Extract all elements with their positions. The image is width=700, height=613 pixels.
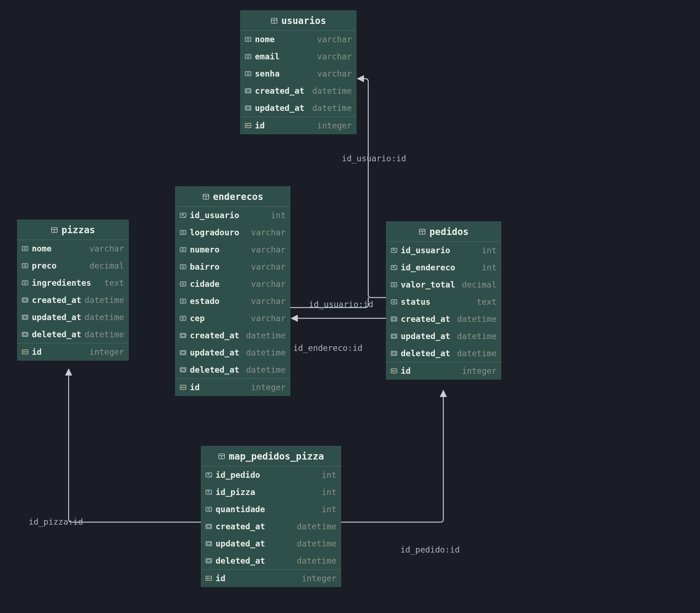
svg-rect-58 [392, 318, 396, 320]
table-header[interactable]: pedidos [386, 222, 501, 242]
column-row[interactable]: precodecimal [18, 257, 128, 274]
table-header[interactable]: enderecos [176, 187, 290, 207]
column-row[interactable]: created_atdatetime [201, 518, 341, 535]
column-name: id_usuario [401, 246, 479, 255]
svg-rect-47 [25, 352, 27, 352]
column-row[interactable]: created_atdatetime [176, 327, 290, 344]
rel-label-pizza: id_pizza:id [29, 517, 83, 526]
column-col-icon [179, 263, 187, 271]
column-type: varchar [251, 245, 286, 254]
column-row[interactable]: nomevarchar [241, 31, 356, 48]
table-title: pedidos [429, 226, 469, 237]
column-name: valor_total [401, 280, 459, 289]
svg-rect-42 [23, 316, 27, 318]
pk-row[interactable]: idinteger [386, 362, 501, 379]
column-name: id [401, 366, 459, 376]
rel-label-pedido: id_pedido:id [400, 545, 460, 554]
column-row[interactable]: estadovarchar [176, 293, 290, 310]
table-header[interactable]: usuarios [241, 11, 356, 31]
column-row[interactable]: statustext [386, 293, 501, 310]
column-row[interactable]: valor_totaldecimal [386, 276, 501, 293]
table-enderecos[interactable]: enderecosid_usuariointlogradourovarcharn… [175, 186, 290, 396]
column-row[interactable]: emailvarchar [241, 48, 356, 65]
column-row[interactable]: updated_atdatetime [386, 328, 501, 345]
column-type: datetime [84, 313, 124, 322]
table-usuarios[interactable]: usuariosnomevarcharemailvarcharsenhavarc… [240, 10, 356, 134]
column-type: varchar [251, 228, 286, 237]
column-row[interactable]: updated_atdatetime [201, 535, 341, 552]
column-row[interactable]: updated_atdatetime [18, 309, 128, 326]
svg-rect-73 [206, 507, 212, 511]
column-row[interactable]: id_pedidoint [201, 466, 341, 484]
column-name: quantidade [216, 505, 319, 514]
svg-rect-75 [207, 525, 211, 528]
pk-row[interactable]: idinteger [18, 343, 128, 360]
column-row[interactable]: deleted_atdatetime [201, 552, 341, 569]
table-header[interactable]: pizzas [18, 220, 128, 240]
column-row[interactable]: id_enderecoint [386, 259, 501, 276]
column-row[interactable]: cepvarchar [176, 310, 290, 327]
column-ts-icon [179, 366, 187, 374]
column-row[interactable]: created_atdatetime [18, 291, 128, 309]
column-row[interactable]: created_atdatetime [241, 82, 356, 99]
column-col-icon [244, 70, 252, 78]
column-name: deleted_at [190, 365, 243, 374]
column-type: datetime [312, 103, 352, 113]
column-ts-icon [205, 523, 213, 530]
pk-row[interactable]: idinteger [201, 569, 341, 587]
erd-canvas[interactable]: id_usuario:id id_usuario:id id_endereco:… [0, 0, 700, 613]
column-type: integer [251, 383, 286, 392]
column-type: datetime [457, 349, 497, 358]
column-row[interactable]: created_atdatetime [386, 310, 501, 328]
column-name: id_usuario [190, 211, 268, 220]
column-type: integer [317, 121, 352, 130]
column-row[interactable]: bairrovarchar [176, 258, 290, 275]
column-ts-icon [21, 330, 29, 338]
pk-row[interactable]: idinteger [176, 378, 290, 396]
column-row[interactable]: deleted_atdatetime [386, 345, 501, 362]
column-type: varchar [317, 52, 352, 61]
column-name: created_at [190, 331, 243, 340]
column-type: datetime [246, 365, 286, 374]
column-row[interactable]: numerovarchar [176, 241, 290, 258]
column-row[interactable]: updated_atdatetime [176, 344, 290, 361]
column-col-icon [179, 229, 187, 236]
table-header[interactable]: map_pedidos_pizza [201, 446, 341, 466]
column-row[interactable]: nomevarchar [18, 240, 128, 257]
column-row[interactable]: id_usuarioint [386, 242, 501, 259]
column-row[interactable]: id_usuarioint [176, 207, 290, 224]
svg-point-11 [246, 124, 248, 126]
column-row[interactable]: deleted_atdatetime [176, 361, 290, 378]
column-type: text [104, 278, 124, 288]
column-row[interactable]: id_pizzaint [201, 484, 341, 501]
column-row[interactable]: senhavarchar [241, 65, 356, 82]
svg-rect-21 [180, 282, 186, 286]
column-name: nome [255, 35, 314, 44]
column-col-icon [21, 279, 29, 287]
pk-row[interactable]: idinteger [241, 117, 356, 134]
column-type: int [321, 470, 336, 480]
column-row[interactable]: deleted_atdatetime [18, 326, 128, 343]
column-type: int [482, 246, 497, 255]
table-pizzas[interactable]: pizzasnomevarcharprecodecimalingrediente… [17, 220, 129, 361]
column-type: datetime [457, 332, 497, 341]
column-name: bairro [190, 262, 248, 271]
column-row[interactable]: logradourovarchar [176, 224, 290, 241]
column-fk-icon [179, 211, 187, 219]
column-type: int [321, 505, 336, 514]
column-name: id [255, 121, 314, 130]
svg-rect-82 [208, 578, 211, 579]
column-row[interactable]: cidadevarchar [176, 275, 290, 293]
svg-rect-60 [392, 335, 396, 337]
column-pk-icon [244, 122, 252, 129]
table-map-pedidos-pizza[interactable]: map_pedidos_pizzaid_pedidointid_pizzaint… [201, 446, 341, 587]
column-ts-icon [390, 332, 398, 340]
column-row[interactable]: updated_atdatetime [241, 99, 356, 117]
column-row[interactable]: quantidadeint [201, 501, 341, 518]
svg-point-17 [184, 216, 185, 217]
column-col-icon [21, 262, 29, 270]
column-type: datetime [457, 314, 497, 324]
table-pedidos[interactable]: pedidosid_usuariointid_enderecointvalor_… [386, 221, 501, 379]
column-row[interactable]: ingredientestext [18, 274, 128, 291]
column-name: id_pizza [216, 487, 319, 497]
